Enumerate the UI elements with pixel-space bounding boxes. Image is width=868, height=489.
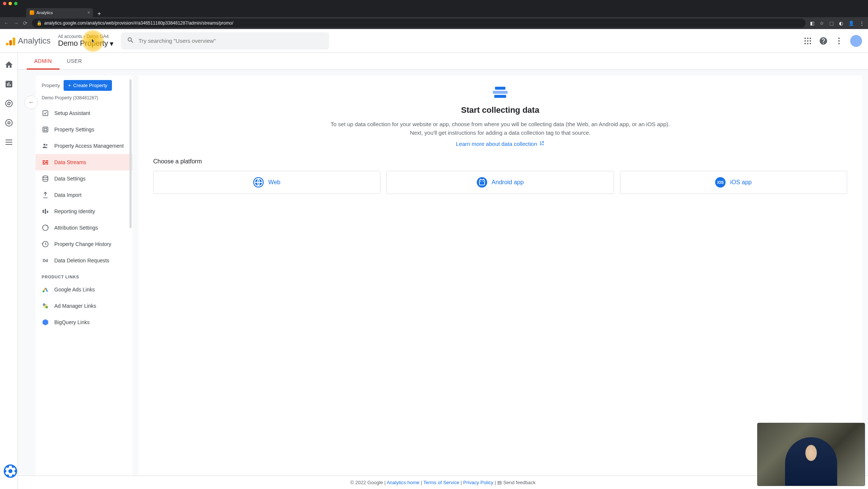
product-links-label: PRODUCT LINKS <box>36 269 132 281</box>
settings-icon <box>42 126 49 133</box>
window-maximize-button[interactable] <box>14 2 17 5</box>
menu-data-streams[interactable]: Data Streams <box>36 154 132 170</box>
back-button[interactable]: ← <box>4 20 9 26</box>
app-name: Analytics <box>18 36 51 46</box>
ad-manager-icon <box>42 302 49 310</box>
scrollbar[interactable] <box>129 79 132 228</box>
close-icon[interactable]: × <box>87 10 90 15</box>
data-collection-icon <box>491 87 509 101</box>
menu-change-history[interactable]: Property Change History <box>36 236 132 252</box>
plus-icon: + <box>68 83 71 88</box>
learn-more-link[interactable]: Learn more about data collection <box>456 141 544 147</box>
create-property-button[interactable]: + Create Property <box>64 80 112 91</box>
reload-button[interactable]: ⟳ <box>23 20 28 26</box>
window-close-button[interactable] <box>3 2 6 5</box>
search-box[interactable] <box>121 32 329 49</box>
chevron-down-icon: ▾ <box>110 39 113 48</box>
explore-icon[interactable] <box>4 99 13 108</box>
menu-data-import[interactable]: Data Import <box>36 187 132 203</box>
svg-rect-20 <box>43 160 45 162</box>
link-bigquery[interactable]: BigQuery Links <box>36 314 132 330</box>
property-column: Property + Create Property Demo Property… <box>36 76 132 489</box>
svg-point-6 <box>804 43 806 44</box>
svg-rect-28 <box>45 209 46 214</box>
platform-android-button[interactable]: Android app <box>386 171 614 194</box>
tab-user[interactable]: USER <box>60 53 90 69</box>
help-icon[interactable] <box>819 36 828 45</box>
more-icon[interactable] <box>835 36 843 45</box>
menu-setup-assistant[interactable]: Setup Assistant <box>36 105 132 121</box>
svg-point-1 <box>807 38 808 39</box>
svg-rect-15 <box>43 111 48 115</box>
svg-rect-21 <box>46 160 48 162</box>
send-feedback-button[interactable]: ▤ Send feedback <box>497 480 536 485</box>
analytics-logo[interactable]: Analytics <box>6 36 51 46</box>
cursor-pointer-icon <box>89 37 97 47</box>
admin-tabs: ADMIN USER <box>18 53 868 70</box>
svg-point-0 <box>804 38 806 39</box>
svg-point-11 <box>838 43 840 44</box>
configure-icon[interactable] <box>4 138 13 147</box>
tab-admin[interactable]: ADMIN <box>27 53 60 69</box>
menu-property-settings[interactable]: Property Settings <box>36 121 132 138</box>
browser-tab[interactable]: Analytics × <box>26 8 93 17</box>
advertising-icon[interactable] <box>4 118 13 127</box>
user-avatar[interactable] <box>850 35 862 47</box>
analytics-home-link[interactable]: Analytics home <box>387 480 419 485</box>
svg-rect-23 <box>45 162 48 163</box>
page-title: Start collecting data <box>461 105 539 115</box>
extension-icon[interactable]: ◧ <box>810 20 814 26</box>
people-icon <box>42 142 49 150</box>
menu-data-settings[interactable]: Data Settings <box>36 170 132 187</box>
checkbox-icon <box>42 109 49 117</box>
menu-deletion-requests[interactable]: Dd Data Deletion Requests <box>36 252 132 269</box>
svg-point-13 <box>6 119 12 126</box>
back-button[interactable]: ← <box>25 96 38 109</box>
svg-point-37 <box>483 181 483 182</box>
svg-point-8 <box>810 43 811 44</box>
home-icon[interactable] <box>4 60 13 69</box>
svg-point-19 <box>46 144 47 146</box>
forward-button[interactable]: → <box>13 20 19 26</box>
svg-point-10 <box>838 40 840 42</box>
terms-link[interactable]: Terms of Service <box>423 480 459 485</box>
history-icon <box>42 240 49 248</box>
svg-rect-17 <box>44 128 47 131</box>
svg-rect-29 <box>47 211 48 213</box>
menu-access-management[interactable]: Property Access Management <box>36 138 132 154</box>
search-input[interactable] <box>139 38 323 44</box>
browser-toolbar: ← → ⟳ 🔒 analytics.google.com/analytics/w… <box>0 17 868 29</box>
reports-icon[interactable] <box>4 80 13 89</box>
window-minimize-button[interactable] <box>9 2 12 5</box>
window-titlebar <box>0 0 868 7</box>
admin-gear-button[interactable] <box>4 464 17 478</box>
extension-icon[interactable]: ⬚ <box>829 20 834 26</box>
app-header: Analytics All accounts›Demo GA4 Demo Pro… <box>0 29 868 53</box>
svg-rect-24 <box>43 163 46 164</box>
platform-web-button[interactable]: Web <box>153 171 380 194</box>
google-ads-icon <box>42 286 49 293</box>
new-tab-button[interactable]: + <box>93 10 105 17</box>
menu-reporting-identity[interactable]: Reporting Identity <box>36 203 132 220</box>
svg-point-5 <box>810 40 811 42</box>
svg-point-26 <box>43 176 48 178</box>
privacy-link[interactable]: Privacy Policy <box>463 480 494 485</box>
extension-icon[interactable]: ◐ <box>839 20 843 26</box>
profile-icon[interactable]: 👤 <box>848 20 854 26</box>
apps-icon[interactable] <box>803 36 812 45</box>
database-icon <box>42 175 49 182</box>
svg-rect-34 <box>44 304 47 308</box>
external-link-icon <box>539 141 544 147</box>
property-label: Property <box>42 83 60 88</box>
menu-attribution-settings[interactable]: Attribution Settings <box>36 220 132 236</box>
platform-ios-button[interactable]: iOS iOS app <box>620 171 847 194</box>
tab-title: Analytics <box>36 10 53 15</box>
menu-icon[interactable]: ⋮ <box>859 20 864 26</box>
webcam-overlay <box>757 423 865 486</box>
address-bar[interactable]: 🔒 analytics.google.com/analytics/web/pro… <box>32 19 806 28</box>
link-ad-manager[interactable]: Ad Manager Links <box>36 298 132 314</box>
streams-icon <box>42 159 49 166</box>
svg-point-2 <box>810 38 811 39</box>
link-google-ads[interactable]: Google Ads Links <box>36 281 132 298</box>
extension-icon[interactable]: ☆ <box>820 20 824 26</box>
